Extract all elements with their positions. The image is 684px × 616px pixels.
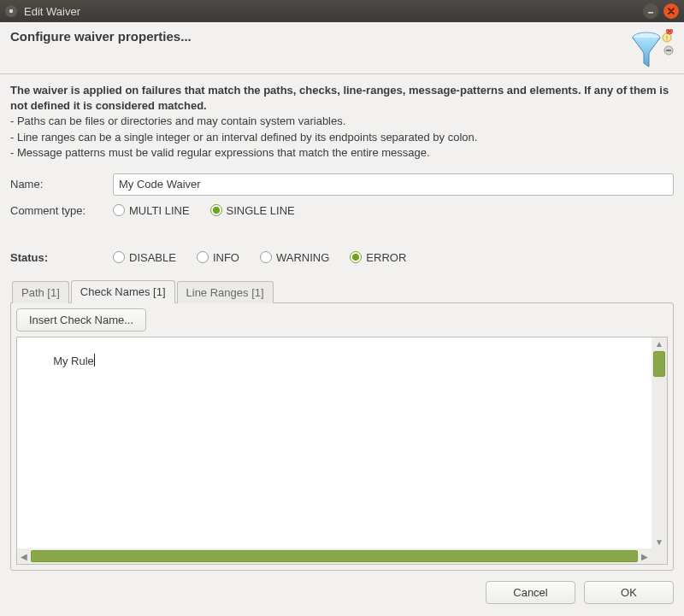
minimize-button[interactable] [643,3,658,19]
svg-point-0 [9,9,13,13]
status-warning-radio[interactable]: WARNING [260,251,329,264]
description-bullet-2: - Line ranges can be a single integer or… [10,130,674,145]
svg-rect-6 [666,50,671,51]
check-names-textarea[interactable]: My Rule [17,337,652,549]
name-label: Name: [10,178,104,191]
scroll-up-icon[interactable]: ▲ [652,337,667,351]
description-bullet-1: - Paths can be files or directories and … [10,114,674,129]
status-info-radio[interactable]: INFO [197,251,239,264]
tab-bar: Path [1] Check Names [1] Line Ranges [1] [10,279,674,302]
description-block: The waiver is applied on failures that m… [0,74,684,167]
tab-check-names[interactable]: Check Names [1] [71,280,175,303]
comment-type-label: Comment type: [10,204,104,217]
insert-check-name-button[interactable]: Insert Check Name... [16,308,146,331]
comment-type-multi-label: MULTI LINE [129,204,190,217]
scroll-down-icon[interactable]: ▼ [652,535,667,549]
comment-type-single-label: SINGLE LINE [227,204,295,217]
tab-line-ranges[interactable]: Line Ranges [1] [177,281,274,303]
status-error-label: ERROR [366,251,406,264]
vertical-scroll-thumb[interactable] [653,351,665,377]
description-bullet-3: - Message patterns must be valid regular… [10,145,674,161]
status-warning-label: WARNING [276,251,329,264]
horizontal-scrollbar[interactable]: ◀ ▶ [17,549,652,564]
close-button[interactable] [663,3,679,19]
status-info-label: INFO [213,251,239,264]
window-title: Edit Waiver [24,5,80,18]
app-dot-icon [5,5,17,17]
svg-rect-1 [648,12,653,14]
comment-type-multi-radio[interactable]: MULTI LINE [113,204,190,217]
scroll-right-icon[interactable]: ▶ [638,549,652,564]
comment-type-single-radio[interactable]: SINGLE LINE [210,204,295,217]
cancel-button[interactable]: Cancel [486,581,575,604]
status-disable-label: DISABLE [129,251,176,264]
scroll-left-icon[interactable]: ◀ [17,549,31,564]
vertical-scrollbar[interactable]: ▲ ▼ [652,337,667,549]
ok-button[interactable]: OK [584,581,674,604]
horizontal-scroll-thumb[interactable] [31,550,638,562]
funnel-filter-icon: ! [628,29,674,68]
description-bold: The waiver is applied on failures that m… [10,83,674,113]
status-label: Status: [10,251,104,264]
tab-path[interactable]: Path [1] [12,281,69,303]
name-input[interactable] [113,173,674,196]
check-names-text: My Rule [53,355,95,367]
titlebar: Edit Waiver [0,0,684,22]
status-error-radio[interactable]: ERROR [350,251,406,264]
tab-panel-check-names: Insert Check Name... My Rule ▲ ▼ ◀ ▶ [10,302,674,571]
status-disable-radio[interactable]: DISABLE [113,251,176,264]
dialog-body: Configure waiver properties... ! [0,22,684,616]
svg-text:!: ! [666,35,668,41]
dialog-heading: Configure waiver properties... [10,29,628,44]
